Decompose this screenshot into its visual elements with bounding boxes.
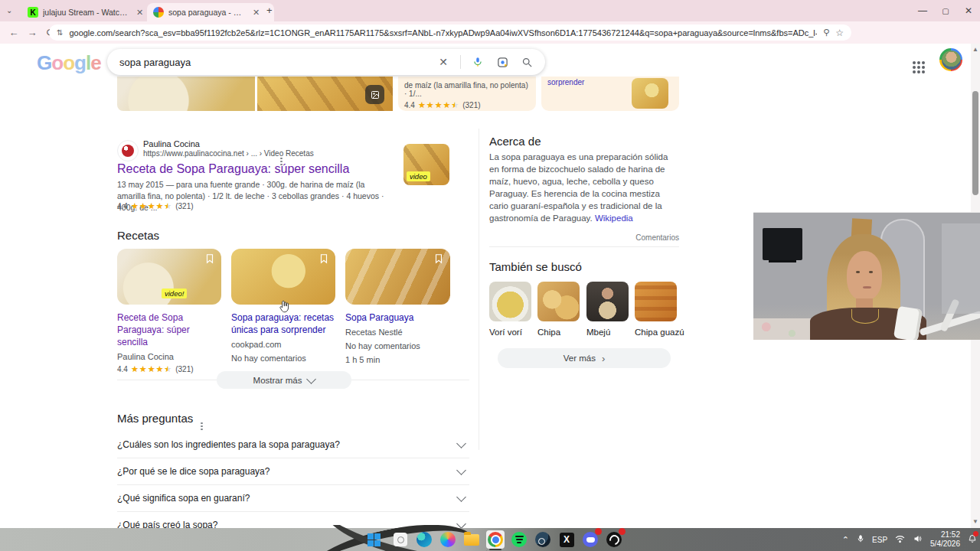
chevron-down-icon[interactable] bbox=[452, 436, 469, 453]
new-tab-button[interactable]: + bbox=[266, 5, 273, 16]
scroll-up-arrow[interactable]: ▲ bbox=[971, 45, 980, 54]
url-text[interactable]: google.com/search?sca_esv=bba95f1192fcb2… bbox=[69, 28, 817, 37]
bookmark-star-icon[interactable]: ☆ bbox=[835, 28, 844, 38]
question-row[interactable]: ¿Qué significa sopa en guaraní? bbox=[117, 484, 469, 512]
lens-search-icon[interactable] bbox=[495, 54, 510, 70]
browser-toolbar: ← → ⟳ ⇅ google.com/search?sca_esv=bba95f… bbox=[0, 21, 980, 44]
question-text: ¿Qué país creó la sopa? bbox=[117, 520, 217, 529]
tab-strip: ⌄ K julajuu Stream - Watch Live on ✕ sop… bbox=[0, 0, 980, 21]
kick-icon: K bbox=[28, 7, 38, 18]
tab-close-icon[interactable]: ✕ bbox=[136, 8, 143, 18]
steam-icon[interactable] bbox=[534, 530, 552, 549]
about-heading: Acerca de bbox=[489, 135, 541, 148]
copilot-icon[interactable] bbox=[439, 530, 457, 549]
obs-icon[interactable] bbox=[605, 530, 623, 549]
address-bar[interactable]: ⇅ google.com/search?sca_esv=bba95f1192fc… bbox=[49, 24, 851, 41]
tune-icon[interactable]: ⇅ bbox=[57, 28, 63, 37]
tv-stand bbox=[769, 260, 796, 262]
taskbar-search-button[interactable] bbox=[391, 530, 410, 549]
review-count: (321) bbox=[462, 101, 480, 109]
result-thumbnail[interactable]: video bbox=[403, 144, 449, 185]
wikipedia-link[interactable]: Wikipedia bbox=[595, 214, 633, 223]
question-row[interactable]: ¿Cuáles son los ingredientes para la sop… bbox=[117, 431, 469, 458]
location-pin-icon[interactable]: ⚲ bbox=[823, 28, 829, 37]
spotify-icon[interactable] bbox=[510, 530, 528, 549]
forward-button[interactable]: → bbox=[24, 24, 40, 40]
questions-menu-icon[interactable] bbox=[201, 413, 203, 427]
volume-icon[interactable] bbox=[913, 534, 923, 545]
tab-sopa-paraguaya[interactable]: sopa paraguaya - Buscar con G ✕ bbox=[147, 3, 274, 21]
recipe-title-link[interactable]: Receta de Sopa Paraguaya: súper sencilla bbox=[117, 311, 221, 348]
window-maximize-button[interactable]: ▢ bbox=[934, 0, 957, 21]
clock[interactable]: 21:52 5/4/2026 bbox=[930, 530, 960, 549]
question-text: ¿Cuáles son los ingredientes para la sop… bbox=[117, 439, 340, 450]
also-searched-label[interactable]: Chipa bbox=[537, 328, 560, 337]
result-breadcrumb[interactable]: https://www.paulinacocina.net › ... › Vi… bbox=[143, 149, 314, 158]
recipe-comments: No hay comentarios bbox=[345, 341, 450, 350]
wifi-icon[interactable] bbox=[895, 535, 905, 545]
x-app-icon[interactable]: X bbox=[557, 530, 576, 549]
window-close-button[interactable]: ✕ bbox=[957, 0, 980, 21]
scroll-down-arrow[interactable]: ▼ bbox=[971, 517, 980, 527]
clear-search-icon[interactable]: ✕ bbox=[436, 54, 451, 70]
discord-icon[interactable] bbox=[581, 530, 599, 549]
start-button[interactable] bbox=[368, 530, 386, 549]
chevron-down-icon[interactable] bbox=[452, 490, 469, 507]
comments-link[interactable]: Comentarios bbox=[489, 233, 679, 242]
also-searched-image[interactable] bbox=[537, 282, 580, 321]
wall-panel bbox=[942, 223, 980, 314]
scrollbar-thumb[interactable] bbox=[972, 91, 978, 195]
show-more-button[interactable]: Mostrar más bbox=[217, 371, 351, 389]
result-source[interactable]: Paulina Cocina bbox=[143, 139, 200, 148]
chevron-down-icon[interactable] bbox=[452, 463, 469, 480]
wall-tv bbox=[763, 228, 802, 260]
also-searched-label[interactable]: Mbejú bbox=[586, 328, 610, 337]
bookmark-icon[interactable] bbox=[204, 253, 217, 266]
notification-bell-icon[interactable] bbox=[968, 534, 977, 545]
tray-language[interactable]: ESP bbox=[872, 536, 887, 544]
rating-stars: ★★★★★★★★★★ bbox=[418, 101, 459, 109]
bookmark-icon[interactable] bbox=[433, 253, 446, 266]
search-input[interactable] bbox=[118, 56, 426, 69]
also-searched-image[interactable] bbox=[635, 282, 677, 321]
also-searched-image[interactable] bbox=[586, 282, 629, 321]
tray-mic-icon[interactable] bbox=[857, 534, 864, 545]
also-searched-label[interactable]: Vorí vorí bbox=[489, 328, 522, 337]
top-strip-card[interactable]: sorprender bbox=[541, 77, 679, 111]
back-button[interactable]: ← bbox=[6, 24, 21, 40]
result-title-link[interactable]: Receta de Sopa Paraguaya: súper sencilla bbox=[117, 162, 349, 176]
notification-badge bbox=[619, 528, 626, 535]
also-searched-image[interactable] bbox=[489, 282, 531, 321]
tab-julajuu-stream[interactable]: K julajuu Stream - Watch Live on ✕ bbox=[21, 3, 156, 21]
review-count: (321) bbox=[175, 365, 193, 373]
result-menu-icon[interactable] bbox=[280, 148, 283, 162]
bookmark-icon[interactable] bbox=[318, 253, 331, 266]
google-account-avatar[interactable] bbox=[939, 48, 962, 71]
search-box[interactable]: ✕ bbox=[107, 49, 545, 75]
tab-search-chevron-icon[interactable]: ⌄ bbox=[6, 6, 12, 15]
window-minimize-button[interactable]: — bbox=[911, 0, 934, 21]
edge-icon[interactable] bbox=[415, 530, 433, 549]
chrome-icon[interactable] bbox=[486, 530, 505, 549]
tray-chevron-icon[interactable]: ⌃ bbox=[842, 535, 849, 545]
see-more-button[interactable]: Ver más › bbox=[498, 348, 671, 368]
image-gallery-icon[interactable] bbox=[365, 85, 384, 104]
voice-search-icon[interactable] bbox=[470, 54, 485, 70]
question-row[interactable]: ¿Por qué se le dice sopa paraguaya? bbox=[117, 458, 469, 485]
top-strip-card[interactable]: de maíz (la amarilla fina, no polenta) ·… bbox=[398, 77, 536, 111]
google-logo[interactable]: Google bbox=[37, 51, 101, 75]
also-searched-label[interactable]: Chipa guazú bbox=[635, 328, 684, 337]
recipe-title-link[interactable]: Sopa Paraguaya bbox=[345, 311, 450, 324]
google-apps-grid-icon[interactable] bbox=[913, 54, 916, 67]
tab-close-icon[interactable]: ✕ bbox=[253, 8, 260, 18]
screen: ⌄ K julajuu Stream - Watch Live on ✕ sop… bbox=[0, 0, 980, 551]
recipe-card[interactable]: video! Receta de Sopa Paraguaya: súper s… bbox=[117, 249, 221, 373]
recipe-card[interactable]: Sopa Paraguaya Recetas Nestlé No hay com… bbox=[345, 249, 450, 364]
search-magnifier-icon[interactable] bbox=[519, 54, 534, 70]
top-strip-image[interactable] bbox=[117, 77, 255, 111]
tab-title: sopa paraguaya - Buscar con G bbox=[168, 8, 245, 17]
question-text: ¿Qué significa sopa en guaraní? bbox=[117, 493, 250, 504]
chevron-down-icon bbox=[307, 374, 317, 384]
recipe-source: Paulina Cocina bbox=[117, 352, 221, 361]
file-explorer-icon[interactable] bbox=[462, 530, 481, 549]
